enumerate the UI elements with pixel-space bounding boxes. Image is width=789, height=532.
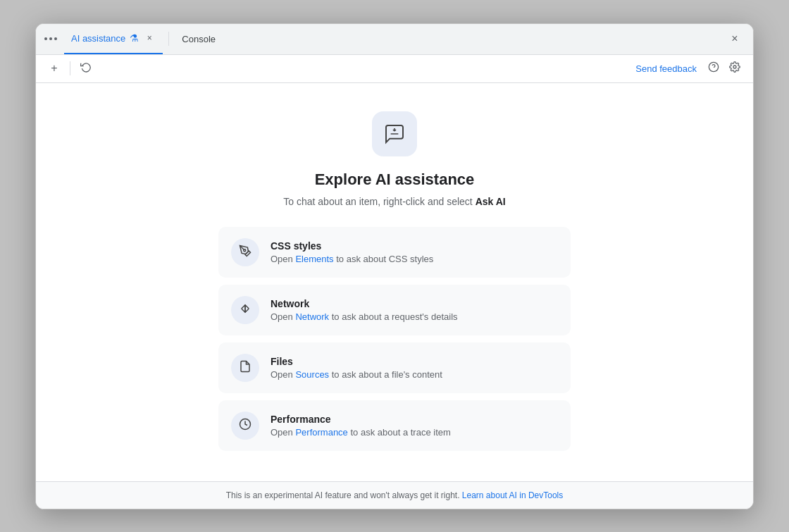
devtools-window: AI assistance ⚗ × Console × + Send fe bbox=[35, 23, 754, 509]
arrows-icon bbox=[239, 302, 251, 318]
files-icon-circle bbox=[231, 354, 259, 382]
ai-icon-container bbox=[372, 111, 417, 156]
add-button[interactable]: + bbox=[44, 58, 64, 78]
help-icon bbox=[708, 61, 719, 75]
toolbar: + Send feedback bbox=[36, 55, 753, 83]
performance-icon bbox=[239, 418, 251, 433]
subtitle-text: To chat about an item, right-click and s… bbox=[283, 196, 475, 207]
network-link[interactable]: Network bbox=[295, 311, 329, 322]
performance-feature-title: Performance bbox=[271, 414, 558, 425]
file-icon bbox=[239, 360, 251, 376]
main-content: Explore AI assistance To chat about an i… bbox=[36, 83, 753, 481]
performance-icon-circle bbox=[231, 412, 259, 440]
network-icon-circle bbox=[231, 296, 259, 324]
history-button[interactable] bbox=[76, 58, 96, 78]
performance-link[interactable]: Performance bbox=[295, 427, 347, 438]
explore-subtitle: To chat about an item, right-click and s… bbox=[283, 196, 505, 207]
add-icon: + bbox=[51, 62, 57, 75]
history-icon bbox=[80, 61, 92, 75]
page-title: Explore AI assistance bbox=[315, 171, 475, 189]
feature-card-files: Files Open Sources to ask about a file's… bbox=[218, 342, 571, 393]
css-feature-text: CSS styles Open Elements to ask about CS… bbox=[271, 240, 558, 264]
send-feedback-link[interactable]: Send feedback bbox=[635, 63, 697, 74]
sources-link[interactable]: Sources bbox=[295, 369, 329, 380]
brush-icon bbox=[239, 245, 251, 260]
css-feature-title: CSS styles bbox=[271, 240, 558, 252]
svg-point-3 bbox=[244, 249, 246, 251]
svg-point-2 bbox=[733, 66, 736, 68]
tab-separator bbox=[168, 32, 169, 46]
toolbar-divider bbox=[70, 61, 70, 75]
tab-ai-label: AI assistance bbox=[71, 33, 125, 44]
files-feature-title: Files bbox=[271, 356, 558, 367]
ai-chat-icon bbox=[383, 123, 406, 145]
features-list: CSS styles Open Elements to ask about CS… bbox=[218, 227, 571, 451]
performance-feature-desc: Open Performance to ask about a trace it… bbox=[271, 427, 558, 438]
help-button[interactable] bbox=[704, 58, 723, 78]
css-icon-circle bbox=[231, 238, 259, 266]
window-close-button[interactable]: × bbox=[725, 29, 745, 49]
window-close-icon: × bbox=[731, 32, 738, 45]
performance-feature-text: Performance Open Performance to ask abou… bbox=[271, 414, 558, 438]
beaker-icon: ⚗ bbox=[130, 32, 139, 44]
elements-link[interactable]: Elements bbox=[295, 254, 333, 264]
titlebar: AI assistance ⚗ × Console × bbox=[36, 24, 753, 55]
tab-console-label: Console bbox=[182, 34, 216, 44]
tab-close-icon[interactable]: × bbox=[143, 32, 156, 44]
files-feature-desc: Open Sources to ask about a file's conte… bbox=[271, 369, 558, 380]
footer-learn-link[interactable]: Learn about AI in DevTools bbox=[462, 490, 563, 500]
network-feature-desc: Open Network to ask about a request's de… bbox=[271, 311, 558, 322]
gear-icon bbox=[729, 61, 740, 75]
files-feature-text: Files Open Sources to ask about a file's… bbox=[271, 356, 558, 380]
tab-ai-assistance[interactable]: AI assistance ⚗ × bbox=[64, 23, 163, 54]
network-feature-title: Network bbox=[271, 298, 558, 309]
footer-text: This is an experimental AI feature and w… bbox=[226, 490, 462, 500]
feature-card-network: Network Open Network to ask about a requ… bbox=[218, 285, 571, 335]
subtitle-bold: Ask AI bbox=[476, 196, 506, 207]
network-feature-text: Network Open Network to ask about a requ… bbox=[271, 298, 558, 322]
settings-button[interactable] bbox=[725, 58, 745, 78]
tab-console[interactable]: Console bbox=[175, 23, 223, 54]
feature-card-css: CSS styles Open Elements to ask about CS… bbox=[218, 227, 571, 278]
menu-dots[interactable] bbox=[44, 37, 57, 40]
feature-card-performance: Performance Open Performance to ask abou… bbox=[218, 400, 571, 451]
css-feature-desc: Open Elements to ask about CSS styles bbox=[271, 254, 558, 264]
footer: This is an experimental AI feature and w… bbox=[36, 481, 753, 509]
